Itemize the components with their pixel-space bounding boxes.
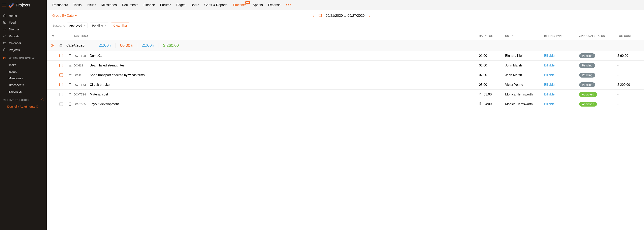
bug-icon xyxy=(66,64,74,67)
task-name: Layout development xyxy=(90,102,119,106)
date-icon xyxy=(56,44,66,47)
sidebar-item-projects[interactable]: Projects xyxy=(0,46,47,53)
sidebar-item-discuss[interactable]: Discuss xyxy=(0,26,47,33)
content-area: Group By Date 09/21/2020 to 09/27/2020 S… xyxy=(47,10,322,115)
svg-line-25 xyxy=(69,66,69,67)
discuss-icon xyxy=(3,27,6,31)
date-navigator: 09/21/2020 to 09/27/2020 xyxy=(312,14,322,18)
svg-line-26 xyxy=(71,66,72,67)
svg-line-32 xyxy=(71,75,72,75)
task-id: DC-T698 xyxy=(74,54,87,57)
svg-point-35 xyxy=(70,75,70,75)
task-name: Material cost xyxy=(90,93,108,96)
tab-sprints[interactable]: Sprints xyxy=(253,3,263,7)
row-checkbox[interactable] xyxy=(59,54,63,57)
group-summary-row: 09/24/2020 21:00h 00:00h 21:00h $ 260.00 xyxy=(47,40,322,51)
section-recent: RECENT PROJECTS xyxy=(0,96,47,103)
tab-expense[interactable]: Expense xyxy=(268,3,280,7)
sidebar-item-calendar[interactable]: Calendar xyxy=(0,40,47,46)
table-row[interactable]: DC-T635Layout development04:00Monica Hem… xyxy=(47,99,322,109)
sidebar-item-feed[interactable]: Feed xyxy=(0,19,47,26)
row-checkbox[interactable] xyxy=(59,102,63,106)
table-row[interactable]: DC-T673Circuit breaker05:00Victor YoungB… xyxy=(47,80,322,90)
row-checkbox[interactable] xyxy=(59,83,63,86)
nav-label: Reports xyxy=(9,35,20,38)
summary-hours-total: 21:00h xyxy=(137,43,159,48)
prev-week-button[interactable] xyxy=(312,14,315,17)
filter-chip-pending[interactable]: Pending× xyxy=(90,23,109,28)
task-id: DC-I16 xyxy=(74,73,87,77)
more-tabs-icon[interactable]: ••• xyxy=(286,3,291,7)
tab-milestones[interactable]: Milestones xyxy=(101,3,116,7)
nav-label: Discuss xyxy=(9,28,20,31)
briefcase-icon xyxy=(3,48,6,52)
task-id: DC-T714 xyxy=(74,93,87,96)
tab-pages[interactable]: Pages xyxy=(176,3,185,7)
tab-finance[interactable]: Finance xyxy=(144,3,155,7)
tab-forums[interactable]: Forums xyxy=(160,3,171,7)
table-row[interactable]: DC-T698Demo0101:00Einhard KleinBillableP… xyxy=(47,51,322,61)
sub-item-milestones[interactable]: Milestones xyxy=(0,75,47,82)
table-row[interactable]: DC-T714Material cost03:00Monica Hemswort… xyxy=(47,90,322,99)
tab-gantt[interactable]: Gantt & Reports xyxy=(204,3,228,7)
sub-item-expenses[interactable]: Expenses xyxy=(0,88,47,95)
table-row[interactable]: DC-I11Beam failed strength test01:00John… xyxy=(47,61,322,70)
app-title: Projects xyxy=(16,3,30,8)
svg-point-29 xyxy=(69,74,71,76)
svg-point-15 xyxy=(53,37,53,37)
row-checkbox[interactable] xyxy=(59,73,63,77)
svg-line-24 xyxy=(71,65,72,65)
timesheet-grid: TASK/ISSUES DAILY LOG USER BILLING TYPE … xyxy=(47,32,322,109)
feed-icon xyxy=(3,21,6,24)
task-name: Beam failed strength test xyxy=(90,64,126,67)
sidebar-item-reports[interactable]: Reports xyxy=(0,33,47,40)
reports-icon xyxy=(3,34,6,38)
tab-tasks[interactable]: Tasks xyxy=(73,3,82,7)
clear-filter-button[interactable]: Clear filter xyxy=(111,23,130,28)
task-name: Circuit breaker xyxy=(90,83,111,87)
summary-hours-nonbillable: 00:00h xyxy=(116,43,137,48)
column-config-icon[interactable] xyxy=(49,35,56,38)
groupby-dropdown[interactable]: Group By Date xyxy=(52,14,77,18)
row-checkbox[interactable] xyxy=(59,64,63,67)
clock-icon xyxy=(3,56,6,60)
home-icon xyxy=(3,14,6,17)
tab-users[interactable]: Users xyxy=(190,3,199,7)
svg-point-27 xyxy=(70,65,70,66)
tab-documents[interactable]: Documents xyxy=(122,3,138,7)
sub-item-issues[interactable]: Issues xyxy=(0,68,47,75)
nav-label: Home xyxy=(9,14,17,17)
table-row[interactable]: DC-I16Sand transport affected by windsto… xyxy=(47,70,322,80)
tab-dashboard[interactable]: Dashboard xyxy=(52,3,68,7)
row-checkbox[interactable] xyxy=(59,93,63,96)
summary-cost: $ 260.00 xyxy=(159,43,183,48)
nav-label: Calendar xyxy=(9,41,21,45)
section-label: WORK OVERVIEW xyxy=(9,56,34,60)
col-task[interactable]: TASK/ISSUES xyxy=(74,35,322,38)
recent-project-item[interactable]: Donnelly Apartments C xyxy=(0,103,47,109)
filter-chip-approved[interactable]: Approved× xyxy=(67,23,88,28)
svg-rect-11 xyxy=(319,14,322,17)
nav-label: Projects xyxy=(9,48,20,52)
svg-line-10 xyxy=(43,100,43,101)
sub-item-tasks[interactable]: Tasks xyxy=(0,62,47,68)
summary-hours-logged: 21:00h xyxy=(94,43,116,48)
task-icon xyxy=(66,102,74,106)
svg-line-23 xyxy=(69,65,69,65)
summary-date: 09/24/2020 xyxy=(66,43,94,48)
sub-item-timesheets[interactable]: Timesheets xyxy=(0,82,47,88)
calendar-picker-icon[interactable] xyxy=(318,14,322,18)
search-icon[interactable] xyxy=(41,98,44,102)
collapse-toggle[interactable] xyxy=(49,44,56,47)
chip-remove-icon[interactable]: × xyxy=(105,24,106,27)
tab-timesheet[interactable]: Timesheet99+ xyxy=(233,3,248,7)
tab-issues[interactable]: Issues xyxy=(87,3,96,7)
top-nav: Dashboard Tasks Issues Milestones Docume… xyxy=(47,0,322,10)
toolbar: Group By Date 09/21/2020 to 09/27/2020 xyxy=(47,10,322,21)
sidebar-item-home[interactable]: Home xyxy=(0,12,47,19)
logo[interactable]: Projects xyxy=(8,2,30,8)
section-work-overview[interactable]: WORK OVERVIEW xyxy=(0,54,47,62)
hamburger-icon[interactable] xyxy=(2,4,6,7)
filter-label: Status: Is xyxy=(52,24,65,27)
chip-remove-icon[interactable]: × xyxy=(84,24,86,27)
